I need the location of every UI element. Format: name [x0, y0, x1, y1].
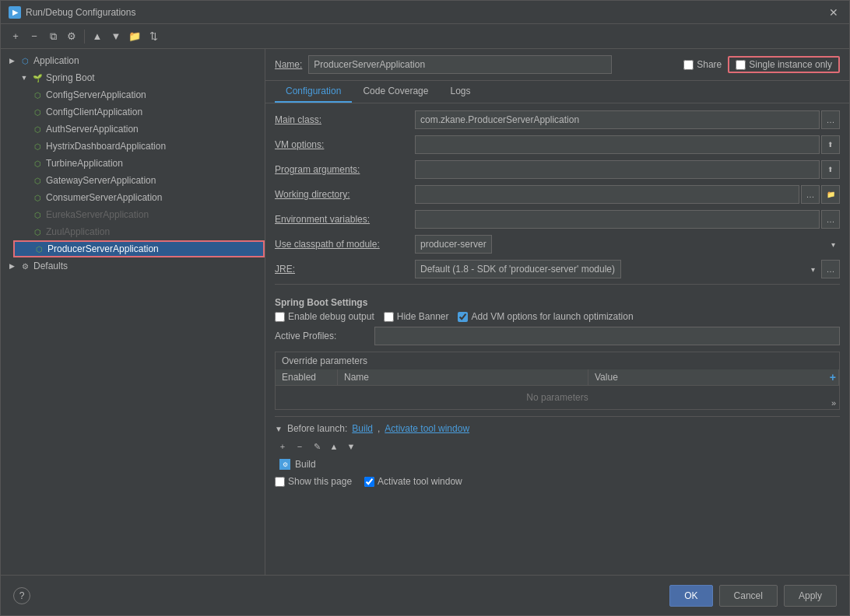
sidebar-item-label: ConsumerServerApplication	[46, 192, 162, 203]
before-launch-add-button[interactable]: +	[275, 439, 290, 454]
ok-button[interactable]: OK	[669, 585, 712, 607]
before-launch-down-button[interactable]: ▼	[343, 439, 359, 454]
params-more-button[interactable]: »	[831, 398, 836, 408]
move-down-button[interactable]: ▼	[107, 28, 125, 45]
sidebar-item-auth-server[interactable]: ⬡ AuthServerApplication	[13, 121, 265, 138]
enable-debug-checkbox[interactable]	[275, 312, 285, 322]
name-label: Name:	[275, 59, 302, 70]
hystrix-icon: ⬡	[32, 141, 43, 152]
remove-config-button[interactable]: −	[26, 28, 43, 45]
sidebar-item-eureka[interactable]: ⬡ EurekaServerApplication	[13, 206, 265, 223]
sidebar-item-producer[interactable]: ⬡ ProducerServerApplication	[13, 240, 265, 257]
show-this-page-checkbox[interactable]	[275, 477, 285, 487]
add-vm-options-item: Add VM options for launch optimization	[458, 311, 633, 322]
sidebar-item-consumer[interactable]: ⬡ ConsumerServerApplication	[13, 189, 265, 206]
params-add-button[interactable]: +	[830, 371, 836, 383]
active-profiles-label: Active Profiles:	[275, 331, 368, 341]
auth-server-icon: ⬡	[32, 124, 43, 135]
classpath-select[interactable]: producer-server	[415, 235, 492, 254]
single-instance-label: Single instance only	[749, 59, 832, 70]
sidebar-item-application[interactable]: ▶ ⬡ Application	[1, 52, 265, 69]
sidebar-item-zuul[interactable]: ⬡ ZuulApplication	[13, 223, 265, 240]
apply-button[interactable]: Apply	[784, 585, 837, 607]
dialog-title: Run/Debug Configurations	[26, 7, 135, 18]
sidebar-item-config-server[interactable]: ⬡ ConfigServerApplication	[13, 86, 265, 103]
tab-logs[interactable]: Logs	[439, 81, 481, 103]
add-vm-options-label: Add VM options for launch optimization	[471, 311, 633, 322]
share-label: Share	[697, 59, 722, 70]
sidebar-item-gateway[interactable]: ⬡ GatewayServerApplication	[13, 172, 265, 189]
name-input[interactable]	[308, 55, 612, 74]
jre-select[interactable]: Default (1.8 - SDK of 'producer-server' …	[415, 260, 621, 278]
before-launch-comma: ,	[378, 423, 380, 434]
override-params-section: Override parameters Enabled Name Value +…	[275, 352, 840, 410]
add-config-button[interactable]: +	[7, 28, 24, 45]
tab-code-coverage[interactable]: Code Coverage	[352, 81, 439, 103]
sidebar-item-defaults[interactable]: ▶ ⚙ Defaults	[1, 257, 265, 275]
leaf-indent	[19, 210, 29, 219]
hide-banner-checkbox[interactable]	[384, 312, 394, 322]
toolbar: + − ⧉ ⚙ ▲ ▼ 📁 ⇅	[1, 24, 849, 49]
vm-options-expand-button[interactable]: ⬆	[821, 135, 840, 154]
active-profiles-input[interactable]	[374, 327, 840, 345]
sidebar-item-label: AuthServerApplication	[46, 124, 139, 135]
before-launch-up-button[interactable]: ▲	[326, 439, 342, 454]
before-launch-build-link[interactable]: Build	[352, 423, 373, 434]
working-dir-folder-button[interactable]: 📁	[821, 185, 840, 204]
leaf-indent	[19, 227, 29, 236]
single-instance-checkbox[interactable]	[736, 60, 746, 70]
vm-options-input[interactable]	[415, 135, 820, 154]
cancel-button[interactable]: Cancel	[719, 585, 778, 607]
leaf-indent	[19, 107, 29, 117]
sidebar-item-label: ConfigServerApplication	[46, 89, 146, 100]
jre-browse-button[interactable]: …	[821, 260, 840, 278]
jre-row: JRE: Default (1.8 - SDK of 'producer-ser…	[275, 259, 840, 279]
before-launch-activate-link[interactable]: Activate tool window	[385, 423, 469, 434]
settings-config-button[interactable]: ⚙	[63, 28, 80, 45]
working-dir-input[interactable]	[415, 185, 799, 204]
program-args-input[interactable]	[415, 160, 820, 179]
copy-config-button[interactable]: ⧉	[44, 28, 61, 45]
move-up-button[interactable]: ▲	[89, 28, 106, 45]
zuul-icon: ⬡	[32, 226, 43, 237]
share-checkbox[interactable]	[683, 60, 694, 70]
application-icon: ⬡	[19, 55, 30, 66]
before-launch-remove-button[interactable]: −	[292, 439, 307, 454]
working-dir-label: Working directory:	[275, 189, 415, 200]
env-vars-row: Environment variables: …	[275, 209, 840, 229]
main-class-input[interactable]	[415, 110, 820, 129]
tab-configuration[interactable]: Configuration	[275, 81, 352, 103]
share-row: Share Single instance only	[683, 56, 840, 73]
jre-select-wrapper: Default (1.8 - SDK of 'producer-server' …	[415, 260, 820, 278]
program-args-label: Program arguments:	[275, 164, 415, 175]
activate-tool-window-checkbox[interactable]	[364, 477, 374, 487]
before-launch-edit-button[interactable]: ✎	[309, 439, 325, 454]
active-profiles-row: Active Profiles:	[275, 327, 840, 345]
program-args-row: Program arguments: ⬆	[275, 159, 840, 180]
folder-button[interactable]: 📁	[126, 28, 143, 45]
spring-boot-settings-label: Spring Boot Settings	[275, 297, 840, 308]
working-dir-browse-button[interactable]: …	[801, 185, 820, 204]
gateway-icon: ⬡	[32, 175, 43, 186]
dialog-footer: ? OK Cancel Apply	[1, 575, 849, 615]
sort-button[interactable]: ⇅	[145, 28, 162, 45]
help-button[interactable]: ?	[13, 587, 30, 604]
spring-boot-checkboxes: Enable debug output Hide Banner Add VM o…	[275, 311, 840, 322]
params-table-header: Enabled Name Value +	[276, 369, 839, 386]
env-vars-browse-button[interactable]: …	[821, 210, 840, 229]
main-content: ▶ ⬡ Application ▼ 🌱 Spring Boot ⬡ Config…	[1, 49, 849, 575]
env-vars-input[interactable]	[415, 210, 820, 229]
sidebar-item-hystrix[interactable]: ⬡ HystrixDashboardApplication	[13, 138, 265, 155]
hide-banner-item: Hide Banner	[384, 311, 449, 322]
program-args-expand-button[interactable]: ⬆	[821, 160, 840, 179]
sidebar-item-config-client[interactable]: ⬡ ConfigClientApplication	[13, 103, 265, 121]
leaf-indent	[19, 142, 29, 151]
main-class-browse-button[interactable]: …	[821, 110, 840, 129]
spring-boot-children: ⬡ ConfigServerApplication ⬡ ConfigClient…	[1, 86, 265, 257]
sidebar-item-turbine[interactable]: ⬡ TurbineApplication	[13, 155, 265, 172]
share-checkbox-container: Share	[683, 59, 722, 70]
close-button[interactable]: ✕	[826, 6, 841, 19]
add-vm-options-checkbox[interactable]	[458, 312, 468, 322]
before-launch-label: Before launch:	[287, 423, 347, 434]
sidebar-item-spring-boot[interactable]: ▼ 🌱 Spring Boot	[1, 69, 265, 86]
